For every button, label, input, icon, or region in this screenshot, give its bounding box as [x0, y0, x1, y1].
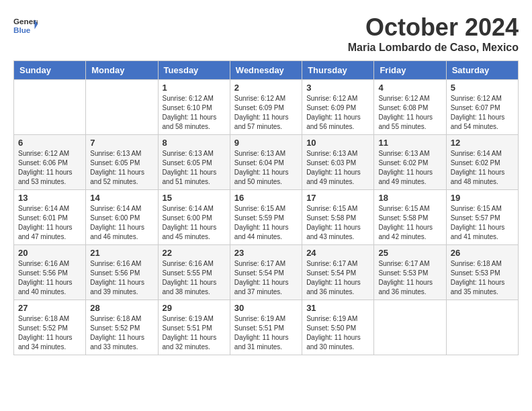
day-number: 3	[306, 83, 369, 93]
day-number: 25	[378, 248, 441, 258]
day-info: Sunrise: 6:17 AM Sunset: 5:54 PM Dayligh…	[234, 259, 298, 297]
day-number: 27	[18, 303, 81, 313]
calendar-cell: 29Sunrise: 6:19 AM Sunset: 5:51 PM Dayli…	[158, 300, 230, 355]
day-number: 6	[18, 138, 81, 148]
title-block: October 2024 Maria Lombardo de Caso, Mex…	[348, 13, 519, 54]
day-number: 8	[163, 138, 226, 148]
day-number: 17	[306, 193, 369, 203]
day-number: 12	[451, 138, 514, 148]
calendar-cell: 10Sunrise: 6:13 AM Sunset: 6:03 PM Dayli…	[302, 135, 374, 190]
day-number: 30	[234, 303, 298, 313]
day-info: Sunrise: 6:12 AM Sunset: 6:10 PM Dayligh…	[163, 94, 226, 132]
weekday-header-saturday: Saturday	[446, 61, 518, 80]
week-row-1: 1Sunrise: 6:12 AM Sunset: 6:10 PM Daylig…	[14, 80, 519, 135]
calendar-cell: 19Sunrise: 6:15 AM Sunset: 5:57 PM Dayli…	[446, 190, 518, 245]
day-number: 20	[18, 248, 81, 258]
day-number: 13	[18, 193, 81, 203]
day-info: Sunrise: 6:19 AM Sunset: 5:51 PM Dayligh…	[234, 314, 298, 352]
day-info: Sunrise: 6:13 AM Sunset: 6:02 PM Dayligh…	[378, 149, 441, 187]
day-number: 24	[306, 248, 369, 258]
day-info: Sunrise: 6:18 AM Sunset: 5:52 PM Dayligh…	[18, 314, 81, 352]
week-row-4: 20Sunrise: 6:16 AM Sunset: 5:56 PM Dayli…	[14, 245, 519, 300]
calendar-cell: 30Sunrise: 6:19 AM Sunset: 5:51 PM Dayli…	[230, 300, 302, 355]
weekday-header-sunday: Sunday	[14, 61, 86, 80]
calendar-cell: 21Sunrise: 6:16 AM Sunset: 5:56 PM Dayli…	[86, 245, 158, 300]
day-number: 7	[90, 138, 153, 148]
calendar-cell: 11Sunrise: 6:13 AM Sunset: 6:02 PM Dayli…	[374, 135, 446, 190]
day-info: Sunrise: 6:14 AM Sunset: 6:00 PM Dayligh…	[90, 204, 153, 242]
day-number: 4	[378, 83, 441, 93]
calendar-cell: 3Sunrise: 6:12 AM Sunset: 6:09 PM Daylig…	[302, 80, 374, 135]
day-info: Sunrise: 6:14 AM Sunset: 6:00 PM Dayligh…	[163, 204, 226, 242]
calendar-cell: 1Sunrise: 6:12 AM Sunset: 6:10 PM Daylig…	[158, 80, 230, 135]
calendar-cell	[374, 300, 446, 355]
day-number: 11	[378, 138, 441, 148]
day-info: Sunrise: 6:17 AM Sunset: 5:53 PM Dayligh…	[378, 259, 441, 297]
day-number: 18	[378, 193, 441, 203]
day-info: Sunrise: 6:16 AM Sunset: 5:55 PM Dayligh…	[163, 259, 226, 297]
calendar-cell	[446, 300, 518, 355]
calendar-cell: 14Sunrise: 6:14 AM Sunset: 6:00 PM Dayli…	[86, 190, 158, 245]
calendar-cell	[86, 80, 158, 135]
calendar-cell: 25Sunrise: 6:17 AM Sunset: 5:53 PM Dayli…	[374, 245, 446, 300]
calendar-cell: 17Sunrise: 6:15 AM Sunset: 5:58 PM Dayli…	[302, 190, 374, 245]
calendar-cell: 4Sunrise: 6:12 AM Sunset: 6:08 PM Daylig…	[374, 80, 446, 135]
calendar-cell: 15Sunrise: 6:14 AM Sunset: 6:00 PM Dayli…	[158, 190, 230, 245]
month-title: October 2024	[348, 13, 519, 42]
calendar-cell: 8Sunrise: 6:13 AM Sunset: 6:05 PM Daylig…	[158, 135, 230, 190]
day-info: Sunrise: 6:18 AM Sunset: 5:53 PM Dayligh…	[451, 259, 514, 297]
svg-text:General: General	[13, 17, 38, 26]
day-info: Sunrise: 6:12 AM Sunset: 6:09 PM Dayligh…	[234, 94, 298, 132]
day-info: Sunrise: 6:13 AM Sunset: 6:05 PM Dayligh…	[90, 149, 153, 187]
day-number: 26	[451, 248, 514, 258]
weekday-header-friday: Friday	[374, 61, 446, 80]
day-number: 29	[163, 303, 226, 313]
day-info: Sunrise: 6:13 AM Sunset: 6:03 PM Dayligh…	[306, 149, 369, 187]
calendar-cell: 2Sunrise: 6:12 AM Sunset: 6:09 PM Daylig…	[230, 80, 302, 135]
location-subtitle: Maria Lombardo de Caso, Mexico	[348, 42, 519, 54]
calendar-cell: 7Sunrise: 6:13 AM Sunset: 6:05 PM Daylig…	[86, 135, 158, 190]
calendar-cell: 26Sunrise: 6:18 AM Sunset: 5:53 PM Dayli…	[446, 245, 518, 300]
day-number: 31	[306, 303, 369, 313]
day-info: Sunrise: 6:12 AM Sunset: 6:06 PM Dayligh…	[18, 149, 81, 187]
logo: General Blue	[13, 13, 40, 38]
calendar-cell	[14, 80, 86, 135]
week-row-2: 6Sunrise: 6:12 AM Sunset: 6:06 PM Daylig…	[14, 135, 519, 190]
calendar-cell: 31Sunrise: 6:19 AM Sunset: 5:50 PM Dayli…	[302, 300, 374, 355]
calendar-cell: 16Sunrise: 6:15 AM Sunset: 5:59 PM Dayli…	[230, 190, 302, 245]
weekday-header-tuesday: Tuesday	[158, 61, 230, 80]
calendar-cell: 9Sunrise: 6:13 AM Sunset: 6:04 PM Daylig…	[230, 135, 302, 190]
day-info: Sunrise: 6:16 AM Sunset: 5:56 PM Dayligh…	[90, 259, 153, 297]
calendar-table: SundayMondayTuesdayWednesdayThursdayFrid…	[13, 60, 519, 355]
day-info: Sunrise: 6:12 AM Sunset: 6:07 PM Dayligh…	[451, 94, 514, 132]
day-info: Sunrise: 6:16 AM Sunset: 5:56 PM Dayligh…	[18, 259, 81, 297]
svg-text:Blue: Blue	[13, 26, 31, 34]
calendar-cell: 20Sunrise: 6:16 AM Sunset: 5:56 PM Dayli…	[14, 245, 86, 300]
day-number: 28	[90, 303, 153, 313]
weekday-header-wednesday: Wednesday	[230, 61, 302, 80]
calendar-cell: 22Sunrise: 6:16 AM Sunset: 5:55 PM Dayli…	[158, 245, 230, 300]
calendar-cell: 18Sunrise: 6:15 AM Sunset: 5:58 PM Dayli…	[374, 190, 446, 245]
calendar-cell: 24Sunrise: 6:17 AM Sunset: 5:54 PM Dayli…	[302, 245, 374, 300]
day-number: 1	[163, 83, 226, 93]
day-info: Sunrise: 6:15 AM Sunset: 5:57 PM Dayligh…	[451, 204, 514, 242]
weekday-header-row: SundayMondayTuesdayWednesdayThursdayFrid…	[14, 61, 519, 80]
calendar-cell: 5Sunrise: 6:12 AM Sunset: 6:07 PM Daylig…	[446, 80, 518, 135]
calendar-cell: 28Sunrise: 6:18 AM Sunset: 5:52 PM Dayli…	[86, 300, 158, 355]
calendar-cell: 13Sunrise: 6:14 AM Sunset: 6:01 PM Dayli…	[14, 190, 86, 245]
day-info: Sunrise: 6:17 AM Sunset: 5:54 PM Dayligh…	[306, 259, 369, 297]
day-number: 5	[451, 83, 514, 93]
day-info: Sunrise: 6:19 AM Sunset: 5:51 PM Dayligh…	[163, 314, 226, 352]
day-info: Sunrise: 6:13 AM Sunset: 6:05 PM Dayligh…	[163, 149, 226, 187]
day-number: 22	[163, 248, 226, 258]
calendar-cell: 27Sunrise: 6:18 AM Sunset: 5:52 PM Dayli…	[14, 300, 86, 355]
weekday-header-thursday: Thursday	[302, 61, 374, 80]
calendar-cell: 12Sunrise: 6:14 AM Sunset: 6:02 PM Dayli…	[446, 135, 518, 190]
day-info: Sunrise: 6:14 AM Sunset: 6:02 PM Dayligh…	[451, 149, 514, 187]
calendar-cell: 6Sunrise: 6:12 AM Sunset: 6:06 PM Daylig…	[14, 135, 86, 190]
day-number: 16	[234, 193, 298, 203]
calendar-cell: 23Sunrise: 6:17 AM Sunset: 5:54 PM Dayli…	[230, 245, 302, 300]
day-info: Sunrise: 6:15 AM Sunset: 5:58 PM Dayligh…	[378, 204, 441, 242]
weekday-header-monday: Monday	[86, 61, 158, 80]
day-number: 23	[234, 248, 298, 258]
